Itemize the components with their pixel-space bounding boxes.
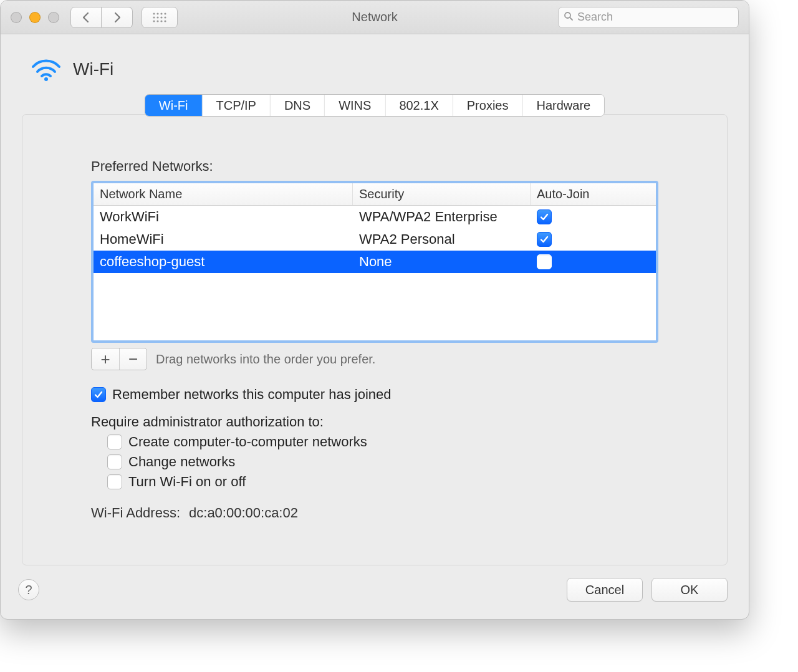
svg-point-5 <box>156 16 158 18</box>
network-security: None <box>353 251 531 273</box>
network-row[interactable]: HomeWiFiWPA2 Personal <box>94 228 656 251</box>
svg-line-13 <box>570 18 573 21</box>
svg-point-8 <box>153 20 155 22</box>
svg-point-3 <box>164 12 166 14</box>
network-row[interactable]: WorkWiFiWPA/WPA2 Enterprise <box>94 206 656 228</box>
network-autojoin-cell <box>531 206 656 228</box>
svg-point-14 <box>44 77 48 81</box>
admin-option-label: Turn Wi-Fi on or off <box>128 474 246 490</box>
tab-dns[interactable]: DNS <box>271 95 325 116</box>
wifi-panel: Preferred Networks: Network Name Securit… <box>22 114 728 565</box>
svg-point-0 <box>153 12 155 14</box>
titlebar: Network <box>1 1 749 34</box>
add-remove-buttons: + − <box>91 348 147 370</box>
svg-point-12 <box>565 12 570 18</box>
remember-networks-label: Remember networks this computer has join… <box>112 386 392 403</box>
svg-point-4 <box>153 16 155 18</box>
search-field[interactable] <box>558 7 739 28</box>
plus-icon: + <box>100 350 110 369</box>
section-title: Wi-Fi <box>73 59 113 79</box>
network-name: HomeWiFi <box>94 228 353 251</box>
minus-icon: − <box>128 350 138 369</box>
svg-point-6 <box>160 16 162 18</box>
show-all-button[interactable] <box>142 7 178 28</box>
admin-option-checkbox[interactable] <box>107 454 122 469</box>
tab-wins[interactable]: WINS <box>325 95 385 116</box>
remember-networks-checkbox[interactable] <box>91 387 106 402</box>
svg-point-10 <box>160 20 162 22</box>
minimize-window-button[interactable] <box>29 12 41 23</box>
content-area: Wi-Fi Wi-FiTCP/IPDNSWINS802.1XProxiesHar… <box>1 34 749 619</box>
preferred-networks-table[interactable]: Network Name Security Auto-Join WorkWiFi… <box>91 181 658 343</box>
section-header: Wi-Fi <box>31 57 728 82</box>
wifi-address-row: Wi-Fi Address: dc:a0:00:00:ca:02 <box>91 505 658 521</box>
tab-proxies[interactable]: Proxies <box>453 95 523 116</box>
ok-button[interactable]: OK <box>651 578 728 602</box>
search-input[interactable] <box>577 11 733 24</box>
tab-bar: Wi-FiTCP/IPDNSWINS802.1XProxiesHardware <box>145 94 605 117</box>
column-auto-join[interactable]: Auto-Join <box>531 183 656 205</box>
network-preferences-window: Network Wi-Fi Wi-Fi <box>0 0 749 620</box>
wifi-address-label: Wi-Fi Address: <box>91 505 180 521</box>
table-body: WorkWiFiWPA/WPA2 EnterpriseHomeWiFiWPA2 … <box>94 206 656 340</box>
help-icon: ? <box>25 583 32 597</box>
admin-option-row: Create computer-to-computer networks <box>107 434 658 450</box>
help-button[interactable]: ? <box>18 579 39 600</box>
column-network-name[interactable]: Network Name <box>94 183 353 205</box>
network-name: coffeeshop-guest <box>94 251 353 273</box>
tab-wifi[interactable]: Wi-Fi <box>145 95 203 116</box>
svg-point-2 <box>160 12 162 14</box>
tab-hardware[interactable]: Hardware <box>522 95 604 116</box>
admin-option-label: Change networks <box>128 454 235 470</box>
network-security: WPA/WPA2 Enterprise <box>353 206 531 228</box>
network-name: WorkWiFi <box>94 206 353 228</box>
remember-networks-row: Remember networks this computer has join… <box>91 386 658 403</box>
autojoin-checkbox[interactable] <box>537 232 552 247</box>
svg-point-11 <box>164 20 166 22</box>
tab-8021x[interactable]: 802.1X <box>385 95 453 116</box>
window-controls <box>11 12 59 23</box>
network-autojoin-cell <box>531 251 656 273</box>
close-window-button[interactable] <box>11 12 22 23</box>
svg-point-7 <box>164 16 166 18</box>
cancel-button[interactable]: Cancel <box>567 578 643 602</box>
admin-option-checkbox[interactable] <box>107 474 122 489</box>
network-autojoin-cell <box>531 228 656 251</box>
network-security: WPA2 Personal <box>353 228 531 251</box>
drag-hint: Drag networks into the order you prefer. <box>156 352 375 367</box>
column-security[interactable]: Security <box>353 183 531 205</box>
admin-option-label: Create computer-to-computer networks <box>128 434 367 450</box>
add-network-button[interactable]: + <box>92 348 119 370</box>
wifi-icon <box>31 57 62 82</box>
autojoin-checkbox[interactable] <box>537 209 552 224</box>
table-header: Network Name Security Auto-Join <box>94 183 656 206</box>
admin-option-row: Change networks <box>107 454 658 470</box>
search-icon <box>564 10 574 24</box>
forward-button[interactable] <box>102 7 133 28</box>
autojoin-checkbox[interactable] <box>537 254 552 269</box>
svg-point-1 <box>156 12 158 14</box>
admin-option-checkbox[interactable] <box>107 434 122 449</box>
svg-point-9 <box>156 20 158 22</box>
zoom-window-button[interactable] <box>48 12 59 23</box>
back-button[interactable] <box>70 7 102 28</box>
remove-network-button[interactable]: − <box>119 348 147 370</box>
wifi-address-value: dc:a0:00:00:ca:02 <box>189 505 298 521</box>
require-admin-label: Require administrator authorization to: <box>91 414 658 430</box>
preferred-networks-label: Preferred Networks: <box>91 158 658 175</box>
tab-tcpip[interactable]: TCP/IP <box>202 95 270 116</box>
network-row[interactable]: coffeeshop-guestNone <box>94 251 656 273</box>
admin-option-row: Turn Wi-Fi on or off <box>107 474 658 490</box>
